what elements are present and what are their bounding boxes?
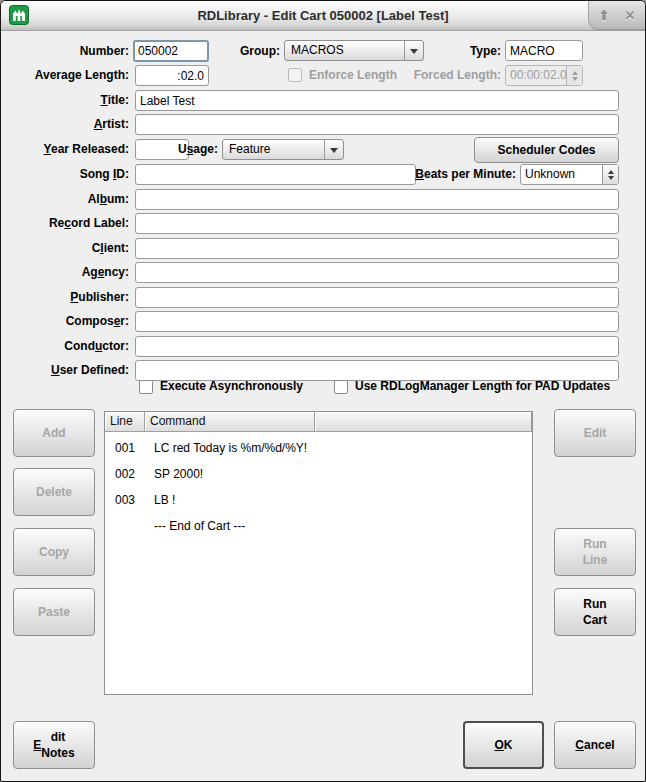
macro-row[interactable]: 003 LB !: [105, 487, 532, 513]
forced-length-spinbox[interactable]: 00:00:02.0: [505, 65, 583, 86]
titlebar[interactable]: RDLibrary - Edit Cart 050002 [Label Test…: [1, 1, 645, 31]
macro-row[interactable]: 002 SP 2000!: [105, 461, 532, 487]
client-input[interactable]: [135, 238, 619, 259]
scheduler-codes-button[interactable]: Scheduler Codes: [474, 137, 619, 163]
usage-label: Usage:: [125, 139, 218, 160]
ok-button[interactable]: OK: [463, 721, 544, 769]
composer-input[interactable]: [135, 311, 619, 332]
artist-label: Artist:: [1, 114, 129, 135]
year-released-label: Year Released:: [1, 139, 129, 160]
client-label: Client:: [1, 238, 129, 259]
type-input[interactable]: [505, 40, 583, 61]
record-label-input[interactable]: [135, 213, 619, 234]
record-label-label: Record Label:: [1, 213, 129, 234]
publisher-label: Publisher:: [1, 287, 129, 308]
paste-button[interactable]: Paste: [13, 588, 95, 636]
close-button[interactable]: ✕: [619, 4, 641, 26]
column-header-line[interactable]: Line: [105, 412, 145, 432]
forced-length-value: 00:00:02.0: [506, 66, 566, 85]
macro-command: LB !: [145, 493, 175, 507]
macro-command: SP 2000!: [145, 467, 203, 481]
song-id-label: Song ID:: [1, 164, 129, 185]
shade-button[interactable]: ⬆: [593, 4, 615, 26]
pad-updates-label: Use RDLogManager Length for PAD Updates: [355, 376, 610, 397]
agency-input[interactable]: [135, 262, 619, 283]
usage-select[interactable]: Feature: [222, 139, 344, 160]
average-length-label: Average Length:: [1, 65, 129, 86]
end-of-cart-row[interactable]: --- End of Cart ---: [105, 513, 532, 539]
beats-per-minute-spinbox[interactable]: Unknown: [520, 164, 619, 185]
artist-input[interactable]: [135, 114, 619, 135]
window-controls: ⬆ ✕: [588, 1, 645, 30]
copy-button[interactable]: Copy: [13, 528, 95, 576]
spinner-arrows-icon[interactable]: [566, 66, 582, 85]
agency-label: Agency:: [1, 262, 129, 283]
spinner-arrows-icon[interactable]: [602, 165, 618, 184]
title-label: Title:: [1, 90, 129, 111]
macro-command: LC red Today is %m/%d/%Y!: [145, 441, 307, 455]
macro-row[interactable]: 001 LC red Today is %m/%d/%Y!: [105, 435, 532, 461]
user-defined-label: User Defined:: [1, 360, 129, 381]
group-label: Group:: [181, 41, 280, 62]
add-button[interactable]: Add: [13, 409, 95, 457]
close-icon: ✕: [625, 9, 636, 22]
forced-length-label: Forced Length:: [371, 65, 501, 86]
number-label: Number:: [1, 41, 129, 62]
chevron-down-icon: [324, 140, 343, 159]
conductor-input[interactable]: [135, 336, 619, 357]
enforce-length-checkbox[interactable]: [288, 68, 302, 82]
group-value: MACROS: [285, 41, 404, 60]
edit-notes-button[interactable]: Edit Notes: [13, 721, 95, 769]
edit-cart-dialog: RDLibrary - Edit Cart 050002 [Label Test…: [0, 0, 646, 782]
composer-label: Composer:: [1, 311, 129, 332]
run-cart-button[interactable]: Run Cart: [554, 588, 636, 636]
usage-value: Feature: [223, 140, 324, 159]
delete-button[interactable]: Delete: [13, 468, 95, 516]
column-header-extra[interactable]: [315, 412, 532, 432]
beats-per-minute-label: Beats per Minute:: [341, 164, 516, 185]
window-title: RDLibrary - Edit Cart 050002 [Label Test…: [1, 1, 645, 30]
macro-table-header: Line Command: [105, 412, 532, 432]
shade-icon: ⬆: [599, 9, 610, 22]
execute-async-label: Execute Asynchronously: [160, 376, 303, 397]
macro-line-number: 003: [105, 493, 145, 507]
beats-per-minute-value: Unknown: [521, 165, 602, 184]
end-of-cart-marker: --- End of Cart ---: [145, 519, 245, 533]
album-input[interactable]: [135, 189, 619, 210]
conductor-label: Conductor:: [1, 336, 129, 357]
title-input[interactable]: [135, 90, 619, 111]
cancel-button[interactable]: Cancel: [554, 721, 636, 769]
column-header-command[interactable]: Command: [145, 412, 315, 432]
execute-async-checkbox[interactable]: [139, 380, 153, 394]
average-length-input[interactable]: [135, 65, 209, 86]
type-label: Type:: [401, 41, 501, 62]
pad-updates-checkbox[interactable]: [334, 380, 348, 394]
run-line-button[interactable]: Run Line: [554, 528, 636, 576]
macro-table: Line Command 001 LC red Today is %m/%d/%…: [104, 411, 533, 695]
publisher-input[interactable]: [135, 287, 619, 308]
macro-line-number: 001: [105, 441, 145, 455]
macro-line-number: 002: [105, 467, 145, 481]
edit-button[interactable]: Edit: [554, 409, 636, 457]
album-label: Album:: [1, 189, 129, 210]
